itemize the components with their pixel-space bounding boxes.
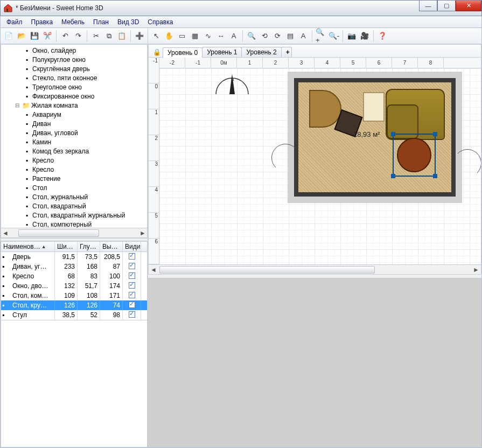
level-lock-icon[interactable]: 🔒 xyxy=(152,47,162,57)
furniture-desk[interactable] xyxy=(363,92,385,122)
undo-icon[interactable]: ↶ xyxy=(59,30,71,42)
catalog-item[interactable]: ▪Стол, квадратный журнальный xyxy=(1,211,147,220)
tab-level-2[interactable]: Уровень 2 xyxy=(241,47,281,57)
plan-canvas-wrap[interactable]: -2-10м12345678 N xyxy=(159,58,481,264)
visible-checkbox[interactable] xyxy=(129,302,135,308)
menu-help[interactable]: Справка xyxy=(144,17,177,27)
text-icon[interactable]: A xyxy=(228,30,240,42)
minimize-button[interactable]: — xyxy=(419,1,437,11)
catalog-item[interactable]: ▪Скруглённая дверь xyxy=(1,64,147,73)
zoom-in-icon[interactable]: 🔍+ xyxy=(315,30,327,42)
video-icon[interactable]: 🎥 xyxy=(359,30,371,42)
menu-plan[interactable]: План xyxy=(89,17,113,27)
table-row[interactable]: ▪Стол, кру…12612674 xyxy=(1,300,147,310)
resize-handle-bl[interactable] xyxy=(391,174,395,178)
col-height[interactable]: Вы… xyxy=(100,242,123,251)
catalog-item[interactable]: ▪Фиксированное окно xyxy=(1,92,147,101)
catalog-item[interactable]: ⊟📁Жилая комната xyxy=(1,101,147,110)
catalog-item[interactable]: ▪Полукруглое окно xyxy=(1,55,147,64)
catalog-item[interactable]: ▪Аквариум xyxy=(1,110,147,119)
plan-canvas[interactable]: N xyxy=(159,68,481,264)
resize-handle-tr[interactable] xyxy=(433,132,437,136)
menu-3d[interactable]: Вид 3D xyxy=(114,17,143,27)
catalog-item[interactable]: ▪Стол xyxy=(1,183,147,192)
font-icon[interactable]: A xyxy=(297,30,309,42)
pan-icon[interactable]: ✋ xyxy=(163,30,175,42)
dim-icon[interactable]: ↔ xyxy=(215,30,227,42)
table-row[interactable]: ▪Стул38,55298 xyxy=(1,310,147,320)
catalog-item[interactable]: ▪Растение xyxy=(1,174,147,183)
open-icon[interactable]: 📂 xyxy=(16,30,27,42)
table-row[interactable]: ▪Диван, уг…23316887 xyxy=(1,262,147,271)
scroll-right-icon[interactable]: ► xyxy=(471,266,481,274)
catalog-item[interactable]: ▪Стол, компютерный xyxy=(1,220,147,228)
catalog-tree[interactable]: ▪Окно, слайдер▪Полукруглое окно▪Скруглён… xyxy=(1,44,148,228)
add-level-button[interactable]: + xyxy=(281,47,292,57)
help-icon[interactable]: ❓ xyxy=(376,30,388,42)
table-row[interactable]: ▪Стол, ком…109108171 xyxy=(1,291,147,300)
catalog-scroll-h[interactable]: ◄ ► xyxy=(1,228,148,238)
catalog-item[interactable]: ▪Стол, квадратный xyxy=(1,201,147,211)
visible-checkbox[interactable] xyxy=(129,263,135,269)
zoom-icon[interactable]: 🔍 xyxy=(246,30,257,42)
view-3d[interactable] xyxy=(148,278,481,447)
visible-checkbox[interactable] xyxy=(129,253,135,260)
redo-icon[interactable]: ↷ xyxy=(72,30,84,42)
catalog-item[interactable]: ▪Стекло, пяти оконное xyxy=(1,73,147,82)
close-button[interactable]: ✕ xyxy=(456,1,481,11)
col-width[interactable]: Ши… xyxy=(55,242,78,251)
scroll-left-icon[interactable]: ◄ xyxy=(149,266,158,274)
table-row[interactable]: ▪Дверь91,573,5208,5 xyxy=(1,252,147,262)
furniture-round-table-selected[interactable] xyxy=(393,134,436,177)
room-icon[interactable]: ▦ xyxy=(189,30,201,42)
col-depth[interactable]: Глу… xyxy=(78,242,100,251)
scroll-thumb[interactable] xyxy=(18,229,99,237)
resize-handle-br[interactable] xyxy=(433,174,437,178)
rotate-left-icon[interactable]: ⟲ xyxy=(259,30,270,42)
new-icon[interactable]: 📄 xyxy=(3,30,15,42)
expander-icon[interactable]: ⊟ xyxy=(13,102,22,108)
col-name[interactable]: Наименов… ▲ xyxy=(1,242,55,251)
catalog-item[interactable]: ▪Окно, слайдер xyxy=(1,46,147,55)
prefs-icon[interactable]: ✂️ xyxy=(41,30,53,42)
resize-handle-tl[interactable] xyxy=(391,132,395,136)
table-row[interactable]: ▪Кресло6883100 xyxy=(1,271,147,281)
paste-icon[interactable]: 📋 xyxy=(116,30,128,42)
tab-level-1[interactable]: Уровень 1 xyxy=(202,47,242,57)
visible-checkbox[interactable] xyxy=(129,282,135,289)
catalog-item[interactable]: ▪Комод без зеркала xyxy=(1,146,147,156)
add-furniture-icon[interactable]: ➕ xyxy=(134,30,145,42)
menu-edit[interactable]: Правка xyxy=(27,17,57,27)
select-icon[interactable]: ↖ xyxy=(150,30,162,42)
catalog-item[interactable]: ▪Диван xyxy=(1,119,147,128)
grid-icon[interactable]: ▤ xyxy=(284,30,296,42)
table-header[interactable]: Наименов… ▲ Ши… Глу… Вы… Види… xyxy=(1,242,147,252)
catalog-item[interactable]: ▪Камин xyxy=(1,137,147,146)
compass-icon[interactable]: N xyxy=(213,73,251,100)
furniture-table[interactable]: Наименов… ▲ Ши… Глу… Вы… Види… ▪Дверь91,… xyxy=(1,241,148,320)
rotate-right-icon[interactable]: ⟳ xyxy=(271,30,283,42)
menu-furn[interactable]: Мебель xyxy=(58,17,88,27)
catalog-item[interactable]: ▪Треуголное окно xyxy=(1,82,147,92)
catalog-item[interactable]: ▪Стол, журнальный xyxy=(1,192,147,201)
scroll-left-icon[interactable]: ◄ xyxy=(1,229,10,237)
plan-scroll-h[interactable]: ◄ ► xyxy=(149,264,481,274)
polyline-icon[interactable]: ∿ xyxy=(202,30,214,42)
photo-icon[interactable]: 📷 xyxy=(346,30,358,42)
visible-checkbox[interactable] xyxy=(129,272,135,279)
cut-icon[interactable]: ✂ xyxy=(90,30,102,42)
catalog-item[interactable]: ▪Диван, угловой xyxy=(1,128,147,137)
copy-icon[interactable]: ⧉ xyxy=(103,30,115,42)
visible-checkbox[interactable] xyxy=(129,292,135,298)
catalog-item[interactable]: ▪Кресло xyxy=(1,156,147,165)
maximize-button[interactable]: ▢ xyxy=(437,1,456,11)
zoom-out-icon[interactable]: 🔍- xyxy=(328,30,340,42)
catalog-item[interactable]: ▪Кресло xyxy=(1,165,147,174)
tab-level-0[interactable]: Уровень 0 xyxy=(163,47,202,58)
col-visible[interactable]: Види… xyxy=(123,242,141,251)
wall-icon[interactable]: ▭ xyxy=(176,30,188,42)
table-row[interactable]: ▪Окно, дво…13251,7174 xyxy=(1,281,147,291)
save-icon[interactable]: 💾 xyxy=(29,30,40,42)
scroll-right-icon[interactable]: ► xyxy=(138,229,147,237)
scroll-thumb[interactable] xyxy=(159,266,375,274)
